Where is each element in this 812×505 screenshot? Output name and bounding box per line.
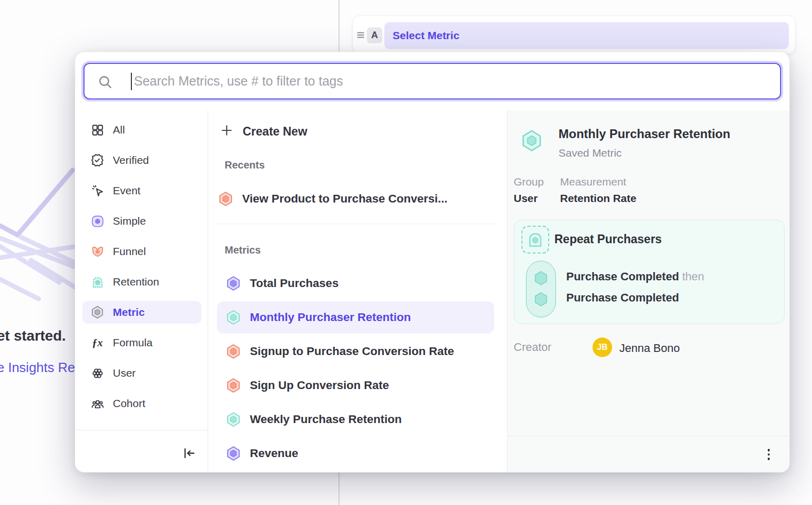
group-value: User: [514, 192, 538, 205]
then-connector: then: [682, 270, 704, 283]
simple-icon: [91, 214, 104, 228]
retention-dashed-icon: [521, 226, 549, 254]
plus-icon: [220, 124, 233, 139]
collapse-left-icon: [182, 446, 196, 460]
user-flower-icon: [91, 366, 104, 380]
funnel-icon: [91, 245, 104, 258]
metric-item-signup-to-purchase-conversion-rate[interactable]: Signup to Purchase Conversion Rate: [217, 335, 494, 367]
sidebar-list-divider: [208, 110, 208, 473]
background-chart-illustration: [0, 165, 77, 309]
grid-icon: [91, 123, 104, 137]
background-insights-link[interactable]: e Insights Re: [0, 360, 75, 376]
metric-item-revenue[interactable]: Revenue: [217, 437, 494, 469]
screen: et started. e Insights Re A Select Metri…: [0, 0, 812, 505]
sidebar-item-user[interactable]: User: [82, 362, 201, 384]
creator-label: Creator: [514, 341, 551, 354]
metric-hexagon-icon: [520, 129, 543, 152]
event-sequence-capsule: [526, 261, 556, 317]
hexagon-icon: [226, 344, 241, 359]
sidebar-footer-divider: [75, 430, 208, 430]
metric-item-monthly-purchaser-retention[interactable]: Monthly Purchaser Retention: [217, 301, 494, 333]
creator-name: Jenna Bono: [619, 342, 680, 355]
recents-header: Recents: [225, 159, 265, 171]
sidebar-item-funnel[interactable]: Funnel: [82, 240, 201, 263]
hexagon-icon: [226, 446, 241, 461]
metric-item-total-purchases[interactable]: Total Purchases: [217, 267, 494, 299]
sidebar-item-formula[interactable]: ƒx Formula: [82, 331, 201, 354]
text-caret: [131, 73, 132, 90]
create-new-button[interactable]: Create New: [220, 119, 307, 144]
hexagon-icon: [226, 378, 241, 393]
retention-arch-icon: [91, 275, 104, 289]
sidebar-item-verified[interactable]: Verified: [82, 149, 201, 172]
metrics-header: Metrics: [225, 244, 261, 256]
search-icon: [98, 75, 112, 91]
verified-badge-icon: [91, 154, 104, 167]
measurement-value: Retention Rate: [560, 192, 636, 205]
metric-item-sign-up-conversion-rate[interactable]: Sign Up Conversion Rate: [217, 369, 494, 401]
search-box[interactable]: [83, 63, 781, 99]
select-metric-label: Select Metric: [393, 29, 460, 42]
hexagon-icon: [226, 412, 241, 427]
definition-title: Repeat Purchasers: [554, 232, 662, 246]
sidebar-item-event[interactable]: Event: [82, 179, 201, 202]
background-get-started-text: et started.: [0, 328, 66, 344]
recents-metrics-divider: [216, 224, 494, 224]
metric-list: Total Purchases Monthly Purchaser Retent…: [217, 267, 494, 469]
kebab-menu-icon: [768, 449, 770, 451]
sequence-hexagons-icon: [527, 261, 556, 318]
hexagon-icon: [226, 310, 241, 325]
hexagon-icon: [218, 191, 233, 207]
collapse-sidebar-button[interactable]: [178, 443, 199, 463]
filter-sidebar: All Verified Event: [75, 119, 208, 423]
detail-subtitle: Saved Metric: [559, 147, 622, 159]
select-metric-bar: A Select Metric: [352, 15, 796, 54]
formula-fx-icon: ƒx: [91, 336, 104, 349]
cohort-people-icon: [91, 397, 104, 410]
saved-metric-definition-card: Repeat Purchasers Purchase Completed the…: [514, 220, 785, 324]
event-cursor-icon: [91, 184, 104, 197]
detail-title: Monthly Purchaser Retention: [559, 127, 730, 141]
metric-picker-modal: All Verified Event: [75, 52, 790, 473]
sidebar-item-all[interactable]: All: [82, 119, 201, 141]
sequence-step-2: Purchase Completed: [566, 291, 679, 305]
metric-detail-panel: Monthly Purchaser Retention Saved Metric…: [507, 110, 790, 473]
group-label: Group: [514, 176, 544, 188]
metric-item-weekly-purchase-retention[interactable]: Weekly Purchase Retention: [217, 403, 494, 435]
sequence-step-1: Purchase Completed then: [566, 270, 704, 283]
sidebar-item-simple[interactable]: Simple: [82, 210, 201, 232]
creator-avatar: JB: [593, 338, 612, 357]
sidebar-item-retention[interactable]: Retention: [82, 271, 201, 293]
measurement-label: Measurement: [560, 176, 626, 188]
search-input[interactable]: [134, 64, 773, 98]
more-options-button[interactable]: [763, 445, 774, 464]
metric-hexagon-icon: [91, 306, 104, 319]
series-a-badge: A: [367, 27, 382, 43]
hexagon-icon: [226, 276, 241, 291]
select-metric-button[interactable]: Select Metric: [384, 22, 789, 49]
sidebar-item-metric[interactable]: Metric: [82, 301, 201, 324]
drag-handle-icon[interactable]: [356, 30, 365, 40]
sidebar-item-cohort[interactable]: Cohort: [82, 392, 201, 415]
detail-footer-divider: [508, 436, 790, 436]
recent-item[interactable]: View Product to Purchase Conversi...: [218, 183, 447, 214]
